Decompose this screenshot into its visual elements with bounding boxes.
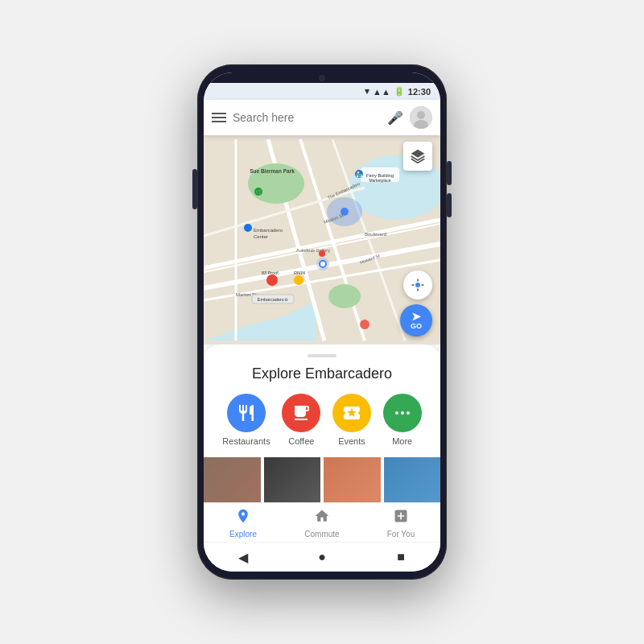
bottom-nav: Explore Commute For You: [204, 502, 440, 542]
explore-panel: Explore Embarcadero Restaurants: [204, 345, 440, 502]
svg-point-37: [244, 224, 252, 232]
go-arrow-icon: ➤: [411, 311, 421, 322]
explore-nav-icon: [235, 508, 251, 528]
svg-text:RN74: RN74: [294, 270, 305, 275]
svg-point-55: [395, 411, 398, 415]
android-nav: ◀ ● ■: [204, 542, 440, 572]
svg-point-50: [415, 283, 420, 287]
signal-icon: ▲▲: [373, 87, 390, 97]
svg-point-57: [407, 411, 410, 415]
svg-text:Autodesk Gallery: Autodesk Gallery: [296, 248, 330, 253]
commute-nav-icon: [314, 508, 330, 528]
svg-point-56: [401, 411, 404, 415]
more-label: More: [392, 436, 412, 446]
events-label: Events: [338, 436, 365, 446]
category-events[interactable]: Events: [332, 394, 371, 446]
photo-thumb-1[interactable]: [204, 457, 261, 502]
back-button[interactable]: ◀: [235, 549, 251, 565]
map-layers-button[interactable]: [403, 142, 432, 171]
svg-text:Embarcadero: Embarcadero: [254, 228, 283, 233]
recents-button[interactable]: ■: [393, 549, 409, 565]
svg-point-26: [360, 320, 369, 329]
events-icon: [332, 394, 371, 432]
svg-point-1: [417, 111, 425, 119]
home-button[interactable]: ●: [314, 549, 330, 565]
photo-strip: [204, 457, 440, 502]
battery-icon: 🔋: [394, 86, 405, 97]
power-button-bottom[interactable]: [447, 193, 452, 217]
nav-explore[interactable]: Explore: [204, 508, 283, 539]
status-time: 12:30: [408, 87, 431, 97]
explore-nav-label: Explore: [229, 530, 257, 539]
svg-point-22: [320, 262, 325, 266]
menu-button[interactable]: [212, 113, 226, 122]
nav-commute[interactable]: Commute: [283, 508, 361, 539]
volume-button[interactable]: [192, 169, 197, 209]
restaurants-label: Restaurants: [222, 436, 270, 446]
svg-marker-49: [411, 150, 425, 158]
photo-thumb-2[interactable]: [264, 457, 321, 502]
wifi-icon: ▾: [365, 86, 369, 97]
phone-device: ▾ ▲▲ 🔋 12:30 🎤: [197, 64, 447, 580]
svg-text:Marketplace: Marketplace: [369, 178, 390, 183]
phone-screen: ▾ ▲▲ 🔋 12:30 🎤: [204, 72, 440, 572]
photo-thumb-4[interactable]: [384, 457, 441, 502]
map-area[interactable]: Ferry Building Marketplace 🏪 Sue Bierman…: [204, 135, 440, 345]
svg-point-17: [328, 284, 361, 308]
svg-point-25: [294, 275, 303, 285]
svg-text:🌿: 🌿: [255, 188, 262, 196]
camera-area: [204, 72, 440, 83]
search-input[interactable]: [233, 111, 381, 124]
svg-text:Boulevard: Boulevard: [365, 232, 386, 237]
coffee-label: Coffee: [288, 436, 314, 446]
coffee-icon: [282, 394, 320, 432]
svg-point-39: [319, 250, 325, 257]
for-you-nav-icon: [393, 508, 409, 528]
user-avatar[interactable]: [410, 106, 432, 129]
more-icon: [383, 394, 422, 432]
my-location-button[interactable]: [403, 270, 432, 299]
svg-text:Embarcadero ᴅ: Embarcadero ᴅ: [258, 297, 289, 302]
restaurants-icon: [227, 394, 266, 432]
category-restaurants[interactable]: Restaurants: [222, 394, 270, 446]
category-row: Restaurants Coffee: [217, 394, 427, 446]
category-more[interactable]: More: [383, 394, 422, 446]
svg-text:83 Proof: 83 Proof: [262, 270, 279, 275]
go-label: GO: [411, 322, 422, 330]
nav-for-you[interactable]: For You: [361, 508, 440, 539]
commute-nav-label: Commute: [304, 530, 339, 539]
search-bar: 🎤: [204, 100, 440, 135]
status-bar: ▾ ▲▲ 🔋 12:30: [204, 83, 440, 100]
category-coffee[interactable]: Coffee: [282, 394, 320, 446]
photo-thumb-3[interactable]: [324, 457, 381, 502]
panel-handle: [308, 354, 336, 357]
svg-text:🏪: 🏪: [356, 171, 363, 178]
svg-text:Sue Bierman Park: Sue Bierman Park: [250, 168, 295, 174]
camera-dot: [319, 75, 325, 81]
for-you-nav-label: For You: [387, 530, 415, 539]
mic-icon[interactable]: 🎤: [387, 110, 403, 126]
explore-title: Explore Embarcadero: [217, 365, 427, 382]
svg-text:Center: Center: [254, 234, 268, 239]
power-button-top[interactable]: [447, 161, 452, 185]
go-button[interactable]: ➤ GO: [400, 304, 432, 336]
